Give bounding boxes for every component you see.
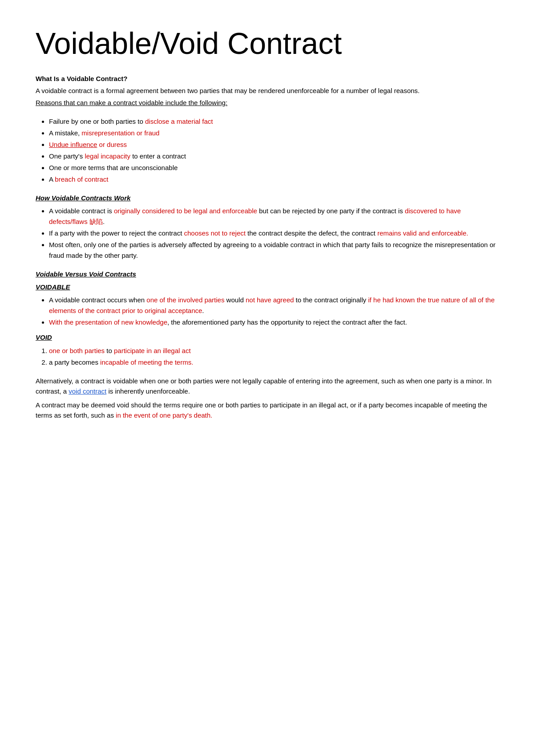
what-body: A voidable contract is a formal agreemen… [36,85,498,96]
list-item: Undue influence or duress [49,139,498,150]
list-item: Failure by one or both parties to disclo… [49,116,498,127]
closing-paragraph-1: Alternatively, a contract is voidable wh… [36,376,498,397]
versus-section: Voidable Versus Void Contracts VOIDABLE … [36,269,498,368]
list-item: a party becomes incapable of meeting the… [49,357,498,368]
void-subheading: VOID [36,332,498,342]
intro-section: What Is a Voidable Contract? A voidable … [36,73,498,108]
list-item: With the presentation of new knowledge, … [49,317,498,328]
list-item: If a party with the power to reject the … [49,228,498,239]
list-item: A voidable contract occurs when one of t… [49,295,498,316]
page-title: Voidable/Void Contract [36,27,498,60]
voidable-reasons-list: Failure by one or both parties to disclo… [49,116,498,185]
closing-section: Alternatively, a contract is voidable wh… [36,376,498,421]
list-item: A mistake, misrepresentation or fraud [49,128,498,138]
void-list: one or both parties to participate in an… [49,345,498,368]
voidable-list: A voidable contract occurs when one of t… [49,295,498,328]
list-item: A voidable contract is originally consid… [49,206,498,227]
list-item: one or both parties to participate in an… [49,345,498,356]
list-item: One or more terms that are unconscionabl… [49,163,498,173]
voidable-subheading: VOIDABLE [36,282,498,292]
list-item: Most often, only one of the parties is a… [49,240,498,261]
what-label: What Is a Voidable Contract? [36,73,498,84]
list-item: A breach of contract [49,174,498,185]
reasons-label: Reasons that can make a contract voidabl… [36,98,498,108]
versus-heading: Voidable Versus Void Contracts [36,269,498,279]
closing-paragraph-2: A contract may be deemed void should the… [36,400,498,421]
how-voidable-list: A voidable contract is originally consid… [49,206,498,261]
how-voidable-heading: How Voidable Contracts Work [36,193,498,203]
list-item: One party's legal incapacity to enter a … [49,151,498,162]
how-voidable-section: How Voidable Contracts Work A voidable c… [36,193,498,261]
